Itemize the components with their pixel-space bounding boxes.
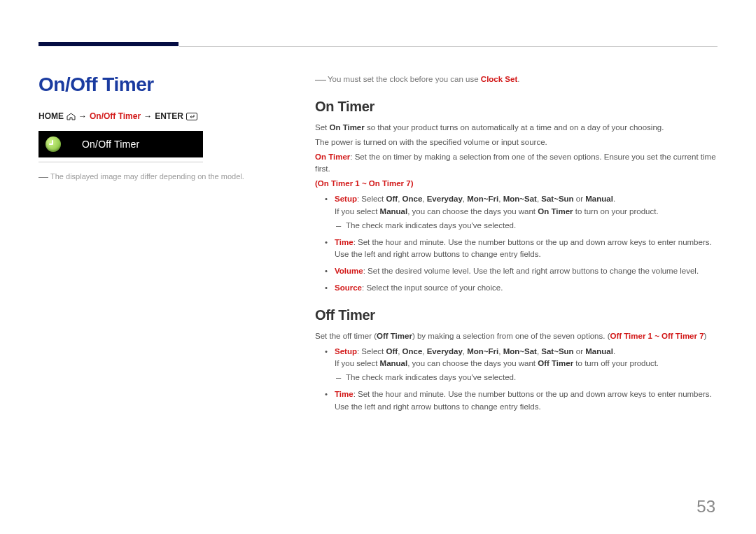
model-disclaimer: ―The displayed image may differ dependin… (38, 169, 287, 184)
off-timer-p1: Set the off timer (Off Timer) by making … (315, 330, 718, 343)
timer-icon (46, 136, 61, 152)
text: If you select (335, 207, 380, 216)
text: Set (315, 123, 329, 132)
text: : Select (357, 195, 386, 203)
text: ) (704, 332, 707, 340)
text: : Set the hour and minute. Use the numbe… (335, 390, 712, 411)
on-timer-p2: The power is turned on with the specifie… (315, 136, 718, 149)
text: : Set the hour and minute. Use the numbe… (335, 238, 712, 259)
text: : Set the desired volume level. Use the … (363, 267, 699, 275)
time-label: Time (335, 238, 354, 246)
text: Set the off timer ( (315, 332, 377, 340)
screenshot-underline (38, 162, 203, 162)
text: , you can choose the days you want (407, 207, 538, 216)
on-timer-p3: On Timer: Set the on timer by making a s… (315, 151, 718, 176)
off-timer-heading: Off Timer (315, 307, 718, 323)
list-item-source: Source: Select the input source of your … (335, 282, 718, 295)
list-item-time: Time: Set the hour and minute. Use the n… (335, 388, 718, 414)
opt-once: Once (402, 195, 423, 203)
header-divider (179, 46, 718, 47)
volume-label: Volume (335, 267, 363, 275)
source-label: Source (335, 283, 362, 292)
menu-screenshot: On/Off Timer (38, 131, 203, 157)
list-item-volume: Volume: Set the desired volume level. Us… (335, 265, 718, 278)
page-number: 53 (696, 497, 715, 517)
on-timer-term: On Timer (329, 123, 364, 132)
clock-note-a: You must set the clock before you can us… (328, 75, 481, 83)
text: : Select the input source of your choice… (362, 283, 503, 292)
clock-set-note: ―You must set the clock before you can u… (315, 73, 718, 86)
dash-bullet: ― (38, 171, 48, 182)
opt-satsun: Sat~Sun (541, 195, 573, 203)
list-item-setup: Setup: Select Off, Once, Everyday, Mon~F… (335, 346, 718, 384)
text: so that your product turns on automatica… (365, 123, 664, 132)
list-item-setup: Setup: Select Off, Once, Everyday, Mon~F… (335, 193, 718, 232)
breadcrumb-arrow-2: → (144, 111, 152, 121)
text: . (613, 347, 615, 356)
manual-page: On/Off Timer HOME → On/Off Timer → ENTER… (0, 0, 756, 534)
setup-label: Setup (335, 195, 357, 203)
opt-manual: Manual (585, 195, 613, 203)
on-timer-term: On Timer (538, 207, 573, 216)
time-label: Time (335, 390, 354, 398)
enter-icon (186, 113, 197, 120)
on-timer-heading: On Timer (315, 99, 718, 115)
on-timer-p1: Set On Timer so that your product turns … (315, 122, 718, 134)
opt-everyday: Everyday (427, 347, 463, 356)
opt-monsat: Mon~Sat (503, 347, 537, 356)
dash-bullet: ― (315, 73, 326, 85)
text: ) by making a selection from one of the … (412, 332, 610, 340)
text: If you select (335, 359, 380, 367)
opt-monfri: Mon~Fri (467, 347, 498, 356)
text: or (574, 195, 586, 203)
content-columns: On/Off Timer HOME → On/Off Timer → ENTER… (38, 42, 718, 418)
right-column: ―You must set the clock before you can u… (315, 73, 718, 418)
text: : Select (357, 347, 386, 356)
text: , you can choose the days you want (407, 359, 538, 367)
header-accent-bar (38, 42, 178, 46)
opt-monsat: Mon~Sat (503, 195, 537, 203)
text: to turn on your product. (573, 207, 659, 216)
opt-monfri: Mon~Fri (467, 195, 498, 203)
breadcrumb: HOME → On/Off Timer → ENTER (38, 111, 287, 121)
on-timer-list: Setup: Select Off, Once, Everyday, Mon~F… (315, 193, 718, 295)
breadcrumb-enter: ENTER (155, 111, 183, 121)
page-title: On/Off Timer (38, 73, 287, 96)
breadcrumb-home: HOME (38, 111, 64, 121)
setup-label: Setup (335, 347, 357, 356)
text: to turn off your product. (573, 359, 659, 367)
menu-screenshot-label: On/Off Timer (82, 139, 139, 150)
off-timer-term: Off Timer (377, 332, 412, 340)
on-timer-range-text: (On Timer 1 ~ On Timer 7) (315, 179, 414, 188)
text: or (574, 347, 586, 356)
opt-off: Off (386, 347, 398, 356)
opt-manual: Manual (585, 347, 613, 356)
opt-everyday: Everyday (427, 195, 463, 203)
clock-set-term: Clock Set (481, 75, 517, 83)
off-timer-list: Setup: Select Off, Once, Everyday, Mon~F… (315, 346, 718, 414)
setup-subnote: The check mark indicates days you've sel… (335, 220, 718, 232)
on-timer-range: (On Timer 1 ~ On Timer 7) (315, 178, 718, 190)
opt-once: Once (402, 347, 423, 356)
breadcrumb-arrow-1: → (78, 111, 87, 121)
left-column: On/Off Timer HOME → On/Off Timer → ENTER… (38, 73, 287, 418)
setup-subnote: The check mark indicates days you've sel… (335, 372, 718, 384)
list-item-time: Time: Set the hour and minute. Use the n… (335, 237, 718, 262)
breadcrumb-item: On/Off Timer (90, 111, 141, 121)
home-icon (66, 113, 76, 120)
opt-off: Off (386, 195, 398, 203)
opt-satsun: Sat~Sun (541, 347, 573, 356)
manual-term: Manual (380, 359, 408, 367)
off-timer-range: Off Timer 1 ~ Off Timer 7 (610, 332, 704, 340)
model-disclaimer-text: The displayed image may differ depending… (50, 172, 244, 181)
manual-term: Manual (380, 207, 408, 216)
text: : Set the on timer by making a selection… (315, 153, 716, 174)
text: . (613, 195, 615, 203)
off-timer-term: Off Timer (538, 359, 573, 367)
on-timer-term: On Timer (315, 153, 350, 161)
clock-note-c: . (517, 75, 519, 83)
